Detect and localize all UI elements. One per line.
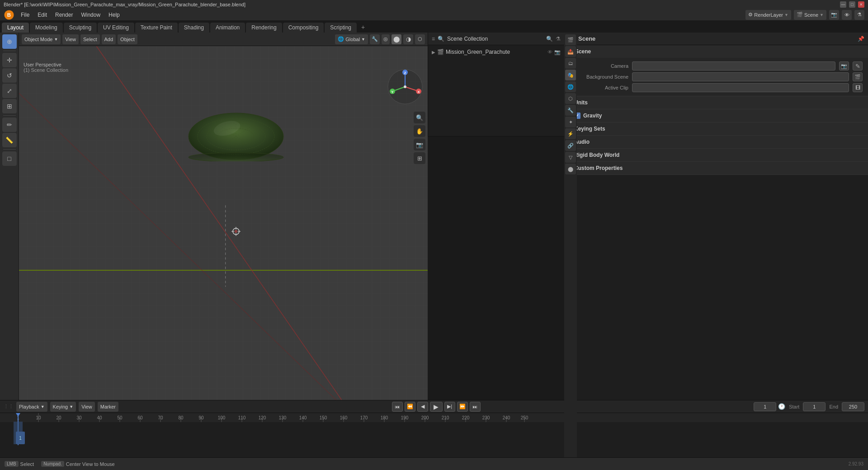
menu-window[interactable]: Window (77, 11, 104, 19)
jump-end-button[interactable]: ⏭ (470, 402, 481, 412)
camera-value[interactable] (632, 61, 835, 70)
rotate-tool[interactable]: ↺ (2, 68, 17, 83)
menu-help[interactable]: Help (105, 11, 123, 19)
prop-world-tab[interactable]: 🌐 (565, 81, 576, 92)
active-clip-browse-btn[interactable]: 🎞 (853, 83, 863, 92)
prev-keyframe-button[interactable]: ⏪ (405, 402, 415, 412)
tab-texture-paint[interactable]: Texture Paint (135, 23, 178, 33)
axis-gizmo[interactable]: Z X Y (387, 69, 423, 105)
outliner-filter-icon[interactable]: ⚗ (556, 36, 561, 42)
tab-compositing[interactable]: Compositing (283, 23, 324, 33)
render-icon[interactable]: 📷 (554, 49, 561, 55)
tab-shading[interactable]: Shading (179, 23, 209, 33)
jump-start-button[interactable]: ⏮ (392, 402, 403, 412)
audio-section-header[interactable]: ▶ Audio (564, 136, 868, 148)
bg-scene-browse-btn[interactable]: 🎬 (853, 72, 863, 81)
units-section-header[interactable]: ▶ Units (564, 96, 868, 109)
menu-edit[interactable]: Edit (34, 11, 51, 19)
prev-frame-button[interactable]: ◀ (417, 402, 428, 412)
viewport-shading-rendered[interactable]: ⬡ (415, 34, 425, 44)
measure-tool[interactable]: 📏 (2, 133, 17, 147)
prop-modifier-tab[interactable]: 🔧 (565, 105, 576, 116)
outliner-view-icon[interactable]: 🔍 (546, 36, 553, 42)
engine-selector[interactable]: ⚙ RenderLayer ▼ (745, 10, 791, 20)
prop-output-tab[interactable]: 📤 (565, 46, 576, 57)
viewport-shading-material[interactable]: ◑ (403, 34, 413, 44)
gravity-section-header[interactable]: ▶ ✓ Gravity (564, 109, 868, 122)
cursor-tool[interactable]: ⊕ (2, 34, 17, 49)
viewport-shading-solid[interactable]: ⬤ (392, 34, 401, 44)
viewport-global[interactable]: 🌐 Global ▼ (335, 34, 368, 44)
minimize-button[interactable]: — (840, 1, 846, 8)
keying-sets-header[interactable]: ▶ Keying Sets (564, 122, 868, 135)
snapping-toggle[interactable]: 🔧 (370, 34, 380, 44)
scene-section-header[interactable]: ▼ Scene (564, 45, 868, 58)
pan-button[interactable]: ✋ (414, 125, 425, 137)
add-object-tool[interactable]: □ (2, 151, 17, 166)
outliner-icon-filter[interactable]: ≡ (432, 36, 435, 42)
custom-properties-header[interactable]: ▶ Custom Properties (564, 162, 868, 174)
start-frame-input[interactable] (803, 402, 826, 411)
keying-menu[interactable]: Keying ▼ (50, 402, 76, 412)
outliner-scene-collection[interactable]: ▶ 🎬 Mission_Green_Parachute 👁 📷 (430, 47, 562, 57)
filter-icon[interactable]: ⚗ (854, 10, 864, 20)
3d-viewport[interactable]: User Perspective (1) Scene Collection (19, 46, 428, 400)
camera-new-btn[interactable]: ✎ (853, 61, 863, 70)
prop-view-layer-tab[interactable]: 🗂 (565, 58, 576, 69)
tab-scripting[interactable]: Scripting (325, 23, 357, 33)
select-menu[interactable]: Select (80, 34, 100, 44)
mode-selector[interactable]: Object Mode ▼ (22, 34, 61, 44)
eye-icon[interactable]: 👁 (547, 49, 552, 55)
scale-tool[interactable]: ⤢ (2, 84, 17, 98)
timeline-content[interactable]: 1 10 20 30 40 50 60 70 80 90 1 (0, 413, 868, 445)
tab-modeling[interactable]: Modeling (30, 23, 63, 33)
add-menu[interactable]: Add (102, 34, 116, 44)
camera-browse-btn[interactable]: 📷 (839, 61, 849, 70)
end-frame-input[interactable] (842, 402, 864, 411)
prop-render-tab[interactable]: 🎬 (565, 34, 576, 45)
3d-cursor[interactable] (231, 227, 239, 234)
view-menu[interactable]: View (62, 34, 79, 44)
prop-physics-tab[interactable]: ⚡ (565, 128, 576, 139)
render-props-icon[interactable]: 📷 (829, 10, 839, 20)
prop-scene-tab[interactable]: 🎭 (565, 70, 576, 80)
prop-particles-tab[interactable]: ✦ (565, 117, 576, 127)
maximize-button[interactable]: □ (849, 1, 855, 8)
bg-scene-value[interactable] (632, 72, 849, 81)
play-button[interactable]: ▶ (430, 402, 443, 412)
proportional-edit[interactable]: ◎ (382, 34, 390, 44)
prop-object-tab[interactable]: ⬡ (565, 93, 576, 104)
tab-uv-editing[interactable]: UV Editing (98, 23, 134, 33)
playback-menu[interactable]: Playback ▼ (16, 402, 47, 412)
active-clip-value[interactable] (632, 83, 849, 92)
next-keyframe-button[interactable]: ⏩ (457, 402, 468, 412)
camera-view-button[interactable]: 📷 (414, 139, 425, 150)
outliner-icon-search[interactable]: 🔍 (438, 36, 444, 42)
close-button[interactable]: ✕ (858, 1, 864, 8)
prop-pin-icon[interactable]: 📌 (858, 36, 864, 42)
ortho-view-button[interactable]: ⊞ (414, 152, 425, 164)
prop-material-tab[interactable]: ⬤ (565, 164, 576, 174)
zoom-button[interactable]: 🔍 (414, 112, 425, 123)
viewport-overlay-icon[interactable]: 👁 (842, 10, 852, 20)
blender-logo[interactable]: B (4, 9, 14, 20)
menu-file[interactable]: File (17, 11, 33, 19)
tab-sculpting[interactable]: Sculpting (64, 23, 97, 33)
tab-rendering[interactable]: Rendering (246, 23, 282, 33)
tab-animation[interactable]: Animation (210, 23, 245, 33)
next-frame-button[interactable]: ▶| (444, 402, 455, 412)
tab-layout[interactable]: Layout (2, 23, 29, 33)
scene-selector[interactable]: 🎬 Scene ▼ (794, 10, 826, 20)
prop-data-tab[interactable]: ▽ (565, 152, 576, 163)
transform-tool[interactable]: ⊞ (2, 99, 17, 113)
add-workspace-button[interactable]: + (358, 22, 368, 33)
view-menu[interactable]: View (79, 402, 95, 412)
current-frame-input[interactable] (754, 402, 776, 411)
marker-menu[interactable]: Marker (98, 402, 118, 412)
move-tool[interactable]: ✛ (2, 53, 17, 67)
menu-render[interactable]: Render (52, 11, 76, 19)
rigid-body-world-header[interactable]: ▶ Rigid Body World (564, 149, 868, 161)
parachute-object[interactable] (186, 109, 286, 161)
object-menu[interactable]: Object (118, 34, 137, 44)
annotate-tool[interactable]: ✏ (2, 118, 17, 132)
